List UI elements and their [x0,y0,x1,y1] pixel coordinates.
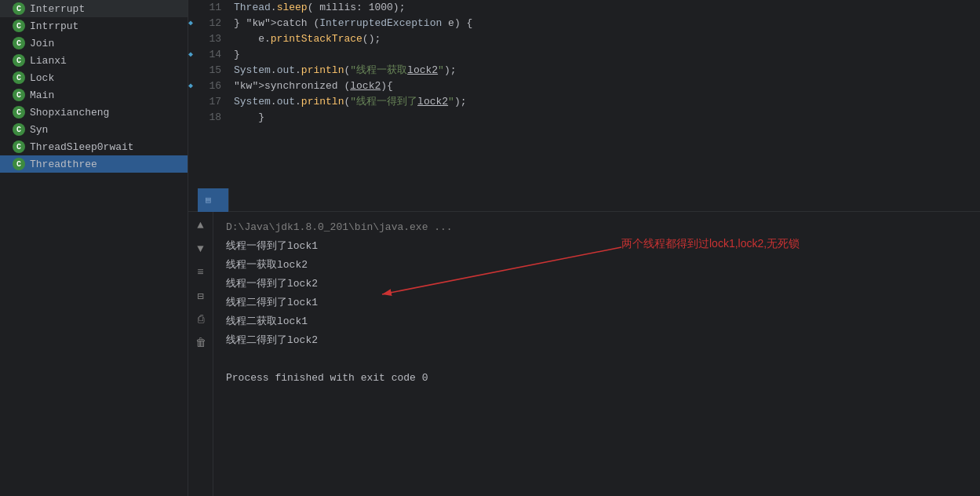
sidebar-item-threadthree[interactable]: CThreadthree [0,155,188,173]
sidebar-label-lock: Lock [30,72,54,84]
sidebar-label-intrrput: Intrrput [30,20,78,32]
line-number-16: ◆16 [195,78,221,94]
sidebar-item-interrupt[interactable]: CInterrupt [0,0,188,17]
console-output: D:\Java\jdk1.8.0_201\bin\java.exe ...线程一… [213,212,980,496]
syn-icon: C [13,123,25,136]
console-toolbar: ▲▼≡⊟⎙🗑 [188,212,213,496]
line-number-11: 11 [195,0,221,16]
sidebar-item-lianxi[interactable]: CLianxi [0,52,188,69]
code-line-13: e.printStackTrace(); [234,31,974,47]
code-line-11: Thread.sleep( millis: 1000); [234,0,974,16]
sidebar-item-main[interactable]: CMain [0,86,188,104]
sidebar-item-join[interactable]: CJoin [0,35,188,52]
shopxiancheng-icon: C [13,106,25,119]
console-line-line1: 线程一得到了lock1 [226,237,967,256]
line-number-18: 18 [195,110,221,126]
deadlock-tab[interactable]: ▤ [198,188,229,212]
console-line-line2: 线程一获取lock2 [226,256,967,275]
line-number-15: 15 [195,63,221,78]
restore-button[interactable]: ⊟ [192,287,209,305]
code-content: Thread.sleep( millis: 1000);} "kw">catch… [228,0,980,188]
code-line-12: } "kw">catch (InterruptedException e) { [234,16,974,31]
sidebar-label-threadthree: Threadthree [30,159,97,170]
line-numbers: 11◆1213◆1415◆161718 [188,0,228,188]
sidebar-label-lianxi: Lianxi [30,55,67,67]
sidebar-label-threadsleep0rwait: ThreadSleep0rwait [30,141,134,153]
sidebar-label-join: Join [30,38,54,49]
code-line-14: } [234,47,974,63]
console-line-line4: 线程二得到了lock1 [226,294,967,312]
tab-file-icon: ▤ [206,195,211,205]
down-button[interactable]: ▼ [192,240,209,257]
line-number-12: ◆12 [195,16,221,31]
sidebar-item-threadsleep0rwait[interactable]: CThreadSleep0rwait [0,138,188,155]
sidebar-label-syn: Syn [30,124,48,136]
interrupt-icon: C [13,2,25,15]
line-number-13: 13 [195,31,221,47]
tab-bar: ▤ [188,188,980,212]
sidebar-item-syn[interactable]: CSyn [0,121,188,138]
join-icon: C [13,37,25,49]
print-button[interactable]: ⎙ [192,311,209,328]
editor-area: 11◆1213◆1415◆161718 Thread.sleep( millis… [188,0,980,188]
threadsleep0rwait-icon: C [13,140,25,153]
sidebar-item-lock[interactable]: CLock [0,69,188,86]
code-line-15: System.out.println("线程一获取lock2"); [234,63,974,78]
intrrput-icon: C [13,20,25,32]
sidebar-label-interrupt: Interrupt [30,3,85,15]
main-container: CInterruptCIntrrputCJoinCLianxiCLockCMai… [0,0,980,496]
code-line-16: "kw">synchronized (lock2){ [234,78,974,94]
console-line-process: Process finished with exit code 0 [226,369,967,388]
console-line-line6: 线程二得到了lock2 [226,331,967,350]
console-line-path: D:\Java\jdk1.8.0_201\bin\java.exe ... [226,218,967,237]
lock-icon: C [13,71,25,84]
sidebar-label-shopxiancheng: Shopxiancheng [30,107,109,119]
right-panel: 11◆1213◆1415◆161718 Thread.sleep( millis… [188,0,980,496]
sidebar-item-intrrput[interactable]: CIntrrput [0,17,188,35]
rerun-button[interactable]: ≡ [192,264,209,281]
console-line-line3: 线程一得到了lock2 [226,275,967,294]
code-line-17: System.out.println("线程一得到了lock2"); [234,94,974,110]
code-lines: 11◆1213◆1415◆161718 Thread.sleep( millis… [188,0,980,188]
trash-button[interactable]: 🗑 [192,334,209,352]
lianxi-icon: C [13,54,25,67]
threadthree-icon: C [13,158,25,170]
up-button[interactable]: ▲ [192,217,209,234]
code-line-18: } [234,110,974,126]
line-number-14: ◆14 [195,47,221,63]
console-panel: ▲▼≡⊟⎙🗑 D:\Java\jdk1.8.0_201\bin\java.exe… [188,212,980,496]
line-number-17: 17 [195,94,221,110]
console-line-empty1 [226,350,967,369]
sidebar-label-main: Main [30,89,54,101]
sidebar: CInterruptCIntrrputCJoinCLianxiCLockCMai… [0,0,188,496]
sidebar-item-shopxiancheng[interactable]: CShopxiancheng [0,104,188,121]
console-line-line5: 线程二获取lock1 [226,312,967,331]
main-icon: C [13,89,25,101]
